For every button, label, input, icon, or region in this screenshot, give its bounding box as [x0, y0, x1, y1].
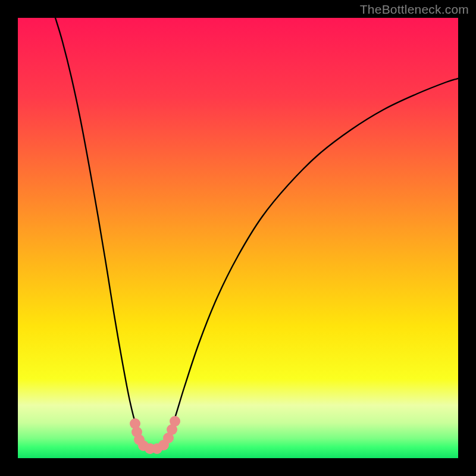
- watermark-text: TheBottleneck.com: [360, 2, 469, 17]
- plot-area: [18, 18, 458, 458]
- flat-band-dot: [170, 416, 180, 427]
- chart-stage: TheBottleneck.com: [0, 0, 476, 476]
- bottleneck-curve: [18, 18, 458, 458]
